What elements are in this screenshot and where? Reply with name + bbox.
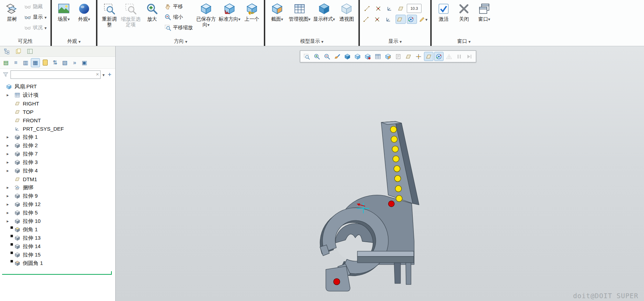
pan-zoom-button[interactable]: 平移缩放 xyxy=(163,23,194,32)
zoom-to-selected-button[interactable]: 缩放至选 定项 xyxy=(120,1,142,27)
filter-add-button[interactable]: + xyxy=(106,71,113,78)
section-button[interactable]: 截面 xyxy=(267,1,287,22)
tree-item[interactable]: ▸ 拉伸 12 xyxy=(0,200,115,208)
show-button[interactable]: 显示 xyxy=(22,13,48,22)
tree-item[interactable]: ▸ TOP xyxy=(0,108,115,116)
appearance-button[interactable]: 外观 xyxy=(74,1,94,22)
scene-button[interactable]: 场景 xyxy=(54,1,74,22)
pause-button[interactable] xyxy=(454,52,464,61)
close-window-button[interactable]: 关闭 xyxy=(454,1,474,22)
filter-clear-icon[interactable]: × xyxy=(96,71,99,77)
display-style-button[interactable] xyxy=(353,52,362,61)
filter-dropdown-icon[interactable] xyxy=(102,71,104,78)
plane-tag-display-button[interactable] xyxy=(396,15,406,24)
3d-model-view[interactable] xyxy=(116,46,644,301)
tree-item[interactable]: ▸ 拉伸 5 xyxy=(0,208,115,217)
section-button[interactable] xyxy=(383,52,393,61)
zoom-out-button[interactable] xyxy=(322,52,332,61)
group-label-show[interactable]: 显示 xyxy=(360,36,430,46)
tree-item[interactable]: ▸ 拉伸 2 xyxy=(0,141,115,150)
tree-item[interactable]: ▸ RIGHT xyxy=(0,99,115,108)
group-label-visibility[interactable]: 可见性 xyxy=(0,36,50,46)
tree-item[interactable]: ▸ 拉伸 7 xyxy=(0,150,115,158)
table-view-button[interactable]: ▦ xyxy=(31,58,40,67)
perspective-button[interactable]: 透视图 xyxy=(337,1,356,22)
model-tree-icon[interactable] xyxy=(4,48,10,55)
pan-button[interactable]: 平移 xyxy=(163,2,194,11)
panel-icon[interactable] xyxy=(27,48,33,55)
group-label-window[interactable]: 窗口 xyxy=(432,36,496,46)
group-label-model-display[interactable]: 模型显示 xyxy=(265,36,358,46)
expand-arrow-icon[interactable]: ▸ xyxy=(5,193,11,198)
datum-display-filters-button[interactable] xyxy=(424,52,433,61)
annotation-style-button[interactable] xyxy=(418,15,428,24)
tree-item[interactable]: ▸ FRONT xyxy=(0,116,115,124)
tree-display-button[interactable]: ▤ xyxy=(1,58,11,67)
tree-item[interactable]: ▸ DTM1 xyxy=(0,175,115,183)
expand-arrow-icon[interactable]: ▸ xyxy=(5,143,11,148)
standard-orientation-button[interactable]: 标准方向 xyxy=(218,1,241,22)
spin-center-display-button[interactable] xyxy=(407,15,417,24)
datum-plane-display-button[interactable] xyxy=(396,4,406,13)
clipboard-button[interactable] xyxy=(41,58,50,67)
expand-arrow-icon[interactable]: ▸ xyxy=(5,185,11,190)
insert-locator[interactable] xyxy=(2,271,112,275)
columns-view-button[interactable]: ▥ xyxy=(21,58,30,67)
expand-arrow-icon[interactable]: ▸ xyxy=(5,160,11,165)
axis-tag-display-button[interactable] xyxy=(362,15,372,24)
sheets-icon[interactable] xyxy=(15,48,22,55)
annotation-display-button[interactable] xyxy=(393,52,403,61)
warning-button[interactable] xyxy=(444,52,454,61)
tree-item[interactable]: ▸ 拉伸 14 xyxy=(0,242,115,251)
point-tag-display-button[interactable] xyxy=(373,15,383,24)
tree-item[interactable]: ▸ 拉伸 4 xyxy=(0,166,115,175)
tree-item[interactable]: ▸ 风扇.PRT xyxy=(0,82,115,91)
expand-arrow-icon[interactable]: ▸ xyxy=(5,202,11,207)
refit-button[interactable]: 重新调 整 xyxy=(100,1,119,27)
list-view-button[interactable]: ≡ xyxy=(11,58,20,67)
tree-item[interactable]: ▸ 倒圆角 1 xyxy=(0,259,115,267)
datum-display-button[interactable] xyxy=(404,52,413,61)
expand-arrow-icon[interactable]: ▸ xyxy=(5,93,11,97)
previous-view-button[interactable]: 上一个 xyxy=(242,1,262,22)
resume-button[interactable] xyxy=(465,52,474,61)
datum-point-display-button[interactable] xyxy=(373,4,383,13)
refit-button[interactable] xyxy=(302,52,311,61)
expand-arrow-icon[interactable]: ▸ xyxy=(5,168,11,173)
tree-item[interactable]: ▸ PRT_CSYS_DEF xyxy=(0,124,115,133)
hide-button[interactable]: 隐藏 xyxy=(22,2,48,11)
expand-arrow-icon[interactable]: ▸ xyxy=(5,210,11,215)
expand-arrow-icon[interactable]: ▸ xyxy=(5,135,11,139)
spin-center-button[interactable] xyxy=(434,52,444,61)
3d-dragger-button[interactable] xyxy=(414,52,423,61)
zoom-in-button[interactable] xyxy=(312,52,322,61)
tree-item[interactable]: ▸ 拉伸 3 xyxy=(0,158,115,166)
expand-arrow-icon[interactable]: ▸ xyxy=(5,219,11,224)
graphics-area[interactable]: doit@DOIT SUPER xyxy=(116,46,644,301)
overflow-button[interactable]: » xyxy=(70,58,79,67)
view-manager-button[interactable] xyxy=(373,52,383,61)
shaded-view-button[interactable] xyxy=(343,52,352,61)
tree-item[interactable]: ▸ 设计项 xyxy=(0,91,115,99)
tree-filter-input[interactable] xyxy=(11,70,101,79)
display-style-button[interactable]: 显示样式 xyxy=(312,1,336,22)
csys-tag-display-button[interactable] xyxy=(384,15,395,24)
tree-item[interactable]: ▸ 倒角 1 xyxy=(0,225,115,234)
zoom-in-button[interactable]: 放大 xyxy=(142,1,162,22)
datum-csys-display-button[interactable] xyxy=(384,4,395,13)
expand-arrow-icon[interactable]: ▸ xyxy=(5,151,11,156)
model-fan-part[interactable] xyxy=(320,121,419,291)
group-label-appearance[interactable]: 外观 xyxy=(52,36,96,46)
status-button[interactable]: 状况 xyxy=(22,23,48,32)
tree-item[interactable]: ▸ 拉伸 9 xyxy=(0,192,115,200)
group-label-orientation[interactable]: 方向 xyxy=(97,36,264,46)
tree-item[interactable]: ▸ 捆绑 xyxy=(0,183,115,192)
windows-button[interactable]: 窗口 xyxy=(474,1,494,22)
tree-item[interactable]: ▸ 拉伸 1 xyxy=(0,133,115,141)
settings-list-button[interactable]: ▣ xyxy=(80,58,89,67)
saved-orientations-button[interactable]: 已保存方 向 xyxy=(195,1,217,28)
manage-views-button[interactable]: 管理视图 xyxy=(288,1,311,22)
layer-tree-button[interactable]: 层树 xyxy=(2,1,22,22)
tree-item[interactable]: ▸ 拉伸 10 xyxy=(0,217,115,225)
filter-columns-button[interactable]: ▧ xyxy=(60,58,69,67)
